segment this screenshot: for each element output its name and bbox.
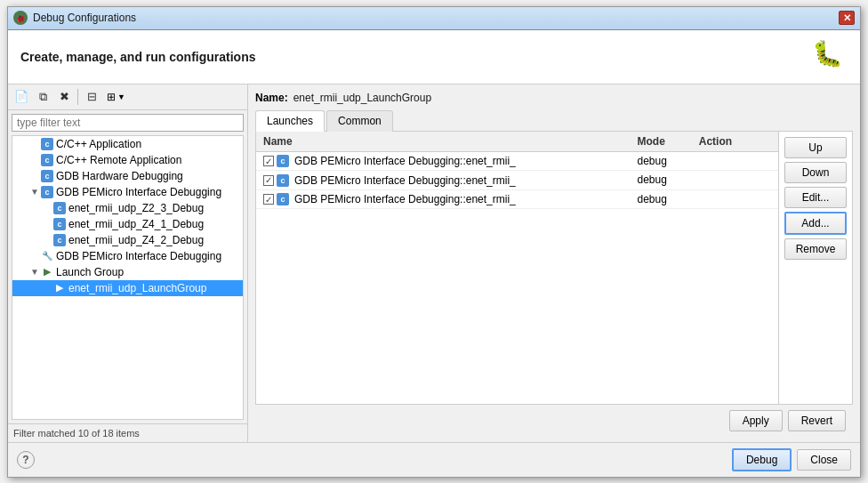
c-badge: c (53, 218, 66, 230)
new-config-button[interactable]: 📄 (12, 87, 31, 107)
tree-item-launch-group[interactable]: ▼ ▶ Launch Group (12, 264, 243, 280)
tab-content: Name Mode Action (255, 132, 853, 405)
table-row: ✓ c GDB PEMicro Interface Debugging::ene… (256, 189, 778, 209)
row-3-action (692, 189, 759, 209)
dialog-header: Create, manage, and run configurations 🐛 (8, 30, 860, 85)
expand-icon (41, 234, 53, 246)
name-label: Name: (255, 92, 288, 104)
dialog-header-title: Create, manage, and run configurations (20, 50, 256, 64)
edit-button[interactable]: Edit... (784, 187, 847, 208)
c-badge: c (277, 155, 289, 167)
tree-item-gdb-pemicro2[interactable]: 🔧 GDB PEMicro Interface Debugging (12, 248, 243, 264)
launches-data-table: Name Mode Action (256, 132, 778, 210)
name-row: Name: enet_rmii_udp_LaunchGroup (255, 92, 853, 104)
table-row: ✓ c GDB PEMicro Interface Debugging::ene… (256, 171, 778, 190)
table-row: ✓ c GDB PEMicro Interface Debugging::ene… (256, 151, 778, 171)
title-bar-title: Debug Configurations (33, 12, 833, 24)
row-2-action (692, 171, 759, 190)
remove-button[interactable]: Remove (784, 238, 847, 260)
tree-item-label: enet_rmii_udp_Z2_3_Debug (68, 202, 204, 214)
row-1-name: ✓ c GDB PEMicro Interface Debugging::ene… (256, 151, 630, 171)
expand-icon: ▼ (28, 186, 41, 198)
title-bar-icon: 🐞 (13, 11, 28, 25)
row-1-mode: debug (630, 151, 691, 171)
c-badge: c (41, 154, 53, 166)
filter-dropdown-arrow: ▼ (117, 93, 125, 101)
tab-launches[interactable]: Launches (255, 110, 325, 132)
row-checkbox[interactable]: ✓ (263, 156, 274, 166)
row-2-extra (759, 171, 778, 190)
launches-table: Name Mode Action (256, 132, 778, 404)
tree-item-label: enet_rmii_udp_LaunchGroup (68, 282, 206, 294)
filter-status: Filter matched 10 of 18 items (8, 423, 247, 442)
launch-group-icon: ▶ (41, 266, 53, 278)
launch-icon: ▶ (53, 282, 66, 294)
tree-item-label: C/C++ Application (56, 138, 141, 150)
tree-item-enet-z41[interactable]: c enet_rmii_udp_Z4_1_Debug (12, 216, 243, 232)
close-button[interactable]: ✕ (839, 11, 855, 25)
bug-icon: 🐛 (812, 39, 848, 75)
copy-config-button[interactable]: ⧉ (33, 87, 52, 107)
col-extra-header (759, 132, 778, 152)
row-name-text: GDB PEMicro Interface Debugging::enet_rm… (294, 174, 516, 187)
filter-dropdown[interactable]: ⊞ ▼ (103, 89, 129, 105)
c-badge: c (53, 234, 66, 246)
row-1-action (692, 151, 759, 171)
up-button[interactable]: Up (784, 137, 847, 158)
row-check: ✓ c GDB PEMicro Interface Debugging::ene… (263, 174, 516, 187)
toolbar-separator (77, 89, 78, 105)
c-badge: c (41, 170, 53, 182)
tree-item-enet-z42[interactable]: c enet_rmii_udp_Z4_2_Debug (12, 232, 243, 248)
right-panel: Name: enet_rmii_udp_LaunchGroup Launches… (248, 85, 860, 442)
tree-item-launch-group-selected[interactable]: ▶ enet_rmii_udp_LaunchGroup (12, 280, 243, 296)
tree-item-label: enet_rmii_udp_Z4_2_Debug (68, 234, 204, 246)
down-button[interactable]: Down (784, 162, 847, 183)
bottom-right-actions: Debug Close (732, 448, 851, 471)
row-2-name: ✓ c GDB PEMicro Interface Debugging::ene… (256, 171, 630, 190)
tree-item-label: GDB PEMicro Interface Debugging (56, 186, 221, 198)
expand-icon (28, 138, 41, 150)
left-toolbar: 📄 ⧉ ✖ ⊟ ⊞ ▼ (8, 85, 247, 110)
revert-button[interactable]: Revert (788, 410, 846, 431)
row-name-text: GDB PEMicro Interface Debugging::enet_rm… (294, 193, 516, 205)
tree-item-enet-z2[interactable]: c enet_rmii_udp_Z2_3_Debug (12, 200, 243, 216)
tree-item-cpp-remote[interactable]: c C/C++ Remote Application (12, 152, 243, 168)
expand-icon (41, 282, 53, 294)
tab-common[interactable]: Common (326, 110, 393, 132)
expand-icon (28, 170, 41, 182)
expand-icon (28, 250, 41, 262)
debug-button[interactable]: Debug (732, 448, 792, 471)
dialog-body: 📄 ⧉ ✖ ⊟ ⊞ ▼ c C/C++ Application (8, 85, 860, 442)
tree-item-gdb-pemicro[interactable]: ▼ c GDB PEMicro Interface Debugging (12, 184, 243, 200)
row-checkbox[interactable]: ✓ (263, 194, 274, 205)
tree-item-gdb-hw[interactable]: c GDB Hardware Debugging (12, 168, 243, 184)
tree-item-label: GDB PEMicro Interface Debugging (56, 250, 221, 262)
tree-item-cpp-app[interactable]: c C/C++ Application (12, 136, 243, 152)
row-2-mode: debug (630, 171, 691, 190)
filter-icon: ⊞ (107, 91, 116, 103)
filter-input[interactable] (12, 114, 244, 132)
col-name-header: Name (256, 132, 630, 152)
collapse-button[interactable]: ⊟ (82, 87, 101, 107)
row-check: ✓ c GDB PEMicro Interface Debugging::ene… (263, 193, 516, 205)
delete-config-button[interactable]: ✖ (54, 87, 74, 107)
row-checkbox[interactable]: ✓ (263, 175, 274, 186)
filter-box (8, 110, 247, 135)
title-bar: 🐞 Debug Configurations ✕ (8, 7, 860, 30)
c-badge: c (53, 202, 66, 214)
close-dialog-button[interactable]: Close (797, 449, 851, 471)
tree-item-label: GDB Hardware Debugging (56, 170, 183, 182)
apply-button[interactable]: Apply (729, 410, 783, 431)
expand-icon (28, 154, 41, 166)
group-icon: 🔧 (41, 250, 53, 262)
bottom-bar: ? Debug Close (8, 442, 860, 477)
row-3-name: ✓ c GDB PEMicro Interface Debugging::ene… (256, 189, 630, 209)
tree-area: c C/C++ Application c C/C++ Remote Appli… (12, 135, 244, 420)
c-badge: c (41, 186, 53, 198)
expand-icon (41, 218, 53, 230)
name-value: enet_rmii_udp_LaunchGroup (293, 92, 431, 104)
add-button[interactable]: Add... (784, 212, 847, 235)
tree-item-label: enet_rmii_udp_Z4_1_Debug (68, 218, 204, 230)
help-button[interactable]: ? (17, 451, 35, 469)
tree-item-label: Launch Group (56, 266, 124, 278)
